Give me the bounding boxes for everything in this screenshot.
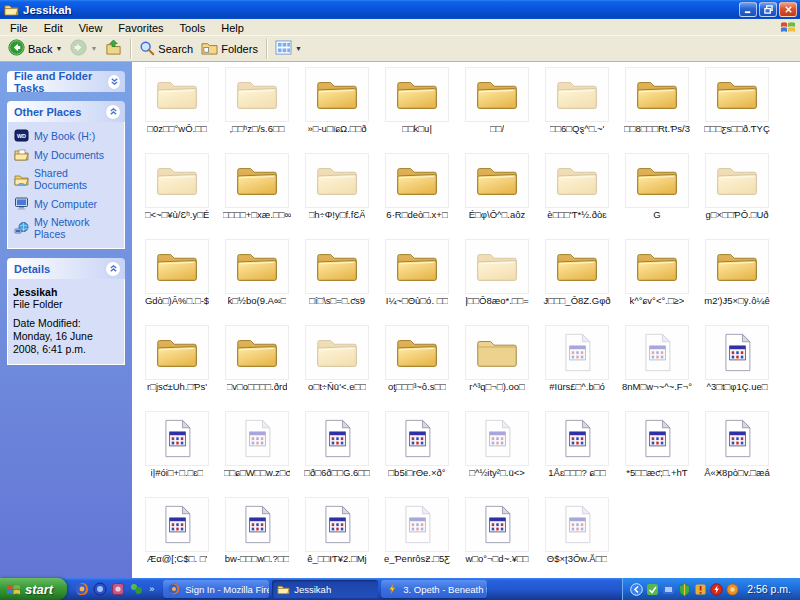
file-item[interactable]: ^3□t□φ1Ç.ue□: [697, 323, 777, 409]
close-button[interactable]: [779, 2, 797, 17]
sidebar-link-shared-documents[interactable]: Shared Documents: [14, 167, 119, 191]
file-item[interactable]: □ð□6ð□□G.6□□: [297, 409, 377, 495]
pink-app-icon[interactable]: [111, 582, 125, 596]
folder-contents-area[interactable]: □0z□□°wÔ.□□,□□ʰz□/s.6□□»□-u□ïɕΩ.□□ð□□k□u…: [132, 62, 800, 578]
file-item[interactable]: 8nM□w¬~^~.F¬°: [617, 323, 697, 409]
file-item[interactable]: i|#ói□+□.□ɛ□: [137, 409, 217, 495]
file-item[interactable]: |□□Ô8æo*.□□=: [457, 237, 537, 323]
file-item[interactable]: Ɉ□□□_Ô8Z.Gφð: [537, 237, 617, 323]
taskbar-clock[interactable]: 2:56 p.m.: [747, 583, 791, 595]
file-item[interactable]: oƫ□□□³~ô.s□□: [377, 323, 457, 409]
file-item[interactable]: □h÷Φ!y□f.fƐÄ: [297, 151, 377, 237]
menu-tools[interactable]: Tools: [172, 21, 214, 35]
file-item[interactable]: □□□□+□xæ.□□∞: [217, 151, 297, 237]
file-item[interactable]: ᴦ^³q□¬□).oo□: [457, 323, 537, 409]
file-item[interactable]: *5□□æƈ;□.+hƬ: [617, 409, 697, 495]
file-label: Æα@[;C$□. □': [147, 554, 208, 565]
file-item[interactable]: #Iürs£□^.b□ó: [537, 323, 617, 409]
folder-window-icon: [4, 3, 19, 16]
file-item[interactable]: 6·R□deò□.x+□: [377, 151, 457, 237]
file-item[interactable]: □0z□□°wÔ.□□: [137, 65, 217, 151]
up-button[interactable]: [101, 38, 126, 59]
taskbar-button-jessikah[interactable]: Jessikah: [272, 580, 378, 598]
hide-icons-chevron-icon[interactable]: [630, 583, 643, 596]
file-item[interactable]: □í□\s□=□.ƈs9: [297, 237, 377, 323]
file-item[interactable]: r□jsƈ±Uh.□Ƥs': [137, 323, 217, 409]
tray-alert-icon[interactable]: [694, 583, 707, 596]
file-item[interactable]: e_Ƥenrôsƻ.□5Ƹ: [377, 495, 457, 578]
file-item[interactable]: Æα@[;C$□. □': [137, 495, 217, 578]
title-bar[interactable]: Jessikah: [0, 0, 800, 19]
views-dropdown-icon[interactable]: ▼: [295, 45, 302, 52]
file-item[interactable]: è□□□'Ƭ*½.ðòɛ: [537, 151, 617, 237]
file-item[interactable]: □□6□Qȿ^□.~': [537, 65, 617, 151]
maximize-button[interactable]: [759, 2, 777, 17]
folder-icon: [225, 67, 289, 122]
file-item[interactable]: Θ$×ʈ3Ôw.Ẵ□□: [537, 495, 617, 578]
file-item[interactable]: 1Åɛ□□□? ɕ□□: [537, 409, 617, 495]
file-item[interactable]: o□t÷Ñū'<.e□□: [297, 323, 377, 409]
firefox-icon[interactable]: [75, 582, 89, 596]
file-item[interactable]: m2')Ɉ5×□ÿ.ô¼ê: [697, 237, 777, 323]
blue-app-icon[interactable]: [93, 582, 107, 596]
details-header[interactable]: Details: [7, 258, 125, 279]
chevron-down-icon[interactable]: [107, 74, 121, 90]
chevron-up-icon[interactable]: [105, 104, 121, 120]
back-dropdown-icon[interactable]: ▼: [55, 45, 62, 52]
quick-launch-overflow-chevron[interactable]: »: [149, 584, 154, 594]
sidebar-link-my-documents[interactable]: My Documents: [14, 148, 119, 161]
taskbar-button-sign-in-mozilla-firefox[interactable]: Sign In - Mozilla Firefox: [163, 580, 269, 598]
file-item[interactable]: ê_□□IƬ¥2.□Mj: [297, 495, 377, 578]
views-button[interactable]: ▼: [271, 39, 306, 58]
file-icon: [465, 497, 529, 552]
tray-blue-icon[interactable]: [662, 583, 675, 596]
file-item[interactable]: bw-□□□w□.?□□: [217, 495, 297, 578]
tray-shield-icon[interactable]: [678, 583, 691, 596]
menu-edit[interactable]: Edit: [36, 21, 71, 35]
folder-icon: [465, 67, 529, 122]
file-item[interactable]: »□-u□ïɕΩ.□□ð: [297, 65, 377, 151]
minimize-button[interactable]: [739, 2, 757, 17]
file-item[interactable]: w□o°¬□d~.¥□□: [457, 495, 537, 578]
file-item[interactable]: ,□□ʰz□/s.6□□: [217, 65, 297, 151]
file-item[interactable]: Å«Ӿ8pò□v.□æá: [697, 409, 777, 495]
file-item[interactable]: □v□o□□□□.ðrd: [217, 323, 297, 409]
file-item[interactable]: Gdò□)Â%□.□-$: [137, 237, 217, 323]
sidebar-link-my-network-places[interactable]: My Network Places: [14, 216, 119, 240]
file-item[interactable]: g□×□□ƤÔ.□Uð: [697, 151, 777, 237]
back-button[interactable]: Back ▼: [4, 38, 66, 59]
file-label: r□jsƈ±Uh.□Ƥs': [147, 382, 207, 393]
file-item[interactable]: É□φ\Ô^□.aôz: [457, 151, 537, 237]
menu-help[interactable]: Help: [213, 21, 252, 35]
other-places-header[interactable]: Other Places: [7, 101, 125, 122]
file-item[interactable]: □^½ity²□.ü<>: [457, 409, 537, 495]
file-folder-tasks-header[interactable]: File and Folder Tasks: [7, 71, 125, 92]
tray-green-icon[interactable]: [646, 583, 659, 596]
start-button[interactable]: start: [0, 578, 67, 600]
file-item[interactable]: □□□ƹs□□ð.ƬYÇ: [697, 65, 777, 151]
file-item[interactable]: ƙ□½bo(9.A∞□: [217, 237, 297, 323]
menu-view[interactable]: View: [71, 21, 111, 35]
taskbar-button-3-opeth-beneath-t-[interactable]: 3. Opeth - Beneath t...: [381, 580, 487, 598]
search-button[interactable]: Search: [135, 39, 197, 59]
folder-icon: [465, 239, 529, 294]
file-item[interactable]: □□ɕ□W□□w.z□ƈ: [217, 409, 297, 495]
file-item[interactable]: □□k□u|: [377, 65, 457, 151]
file-item[interactable]: □<~□¥ù/Ɛʰ.y□É: [137, 151, 217, 237]
file-item[interactable]: k^°ɕv°<°.□≥>: [617, 237, 697, 323]
menu-favorites[interactable]: Favorites: [110, 21, 171, 35]
file-item[interactable]: □□8□□□Rt.Ƥs/3: [617, 65, 697, 151]
file-item[interactable]: □□/: [457, 65, 537, 151]
file-item[interactable]: I¼~□Θù□ó. □□: [377, 237, 457, 323]
chevron-up-icon[interactable]: [105, 261, 121, 277]
file-item[interactable]: G: [617, 151, 697, 237]
folders-button[interactable]: Folders: [197, 39, 262, 58]
menu-file[interactable]: File: [2, 21, 36, 35]
file-item[interactable]: □b5i□rΘe.×ð°: [377, 409, 457, 495]
sidebar-link-my-computer[interactable]: My Computer: [14, 197, 119, 210]
forward-button[interactable]: ▼: [66, 38, 101, 59]
green-app-icon[interactable]: [129, 582, 143, 596]
sidebar-link-my-book-h-[interactable]: WDMy Book (H:): [14, 129, 119, 142]
tray-orange-icon[interactable]: [726, 583, 739, 596]
winamp-agent-icon[interactable]: [710, 583, 723, 596]
